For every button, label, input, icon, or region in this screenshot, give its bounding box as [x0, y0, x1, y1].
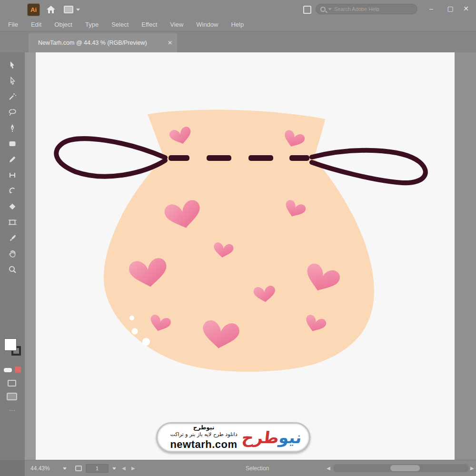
- paintbrush-tool[interactable]: [0, 230, 25, 246]
- drawstring-dash: [248, 155, 273, 161]
- search-icon: [320, 7, 326, 12]
- pen-tool[interactable]: [0, 120, 25, 136]
- horizontal-scrollbar-thumb[interactable]: [390, 465, 420, 471]
- newtarh-logo: نیوطرح: [240, 428, 303, 447]
- drawstring-dash: [289, 155, 309, 161]
- menu-file[interactable]: File: [8, 21, 18, 28]
- artboard-canvas[interactable]: [36, 52, 455, 460]
- document-tab-title: NewTarh.com @ 44.43 % (RGB/Preview): [38, 40, 164, 46]
- menu-bar: File Edit Object Type Select Effect View…: [0, 18, 476, 31]
- draw-mode-icon[interactable]: [8, 380, 16, 387]
- lasso-tool[interactable]: [0, 104, 25, 120]
- drawstring-dash: [207, 155, 231, 161]
- white-dot: [142, 338, 150, 346]
- watermark-banner: نیوطرح دانلود طرح لایه باز بنر و تراکت n…: [156, 422, 310, 453]
- search-caret-icon: [328, 8, 332, 10]
- watermark-brand-fa: نیوطرح: [166, 424, 241, 431]
- artboard-prev-button[interactable]: ◀: [122, 466, 126, 471]
- hscroll-left-arrow[interactable]: ◀: [327, 466, 330, 471]
- fill-swatch[interactable]: [4, 338, 17, 351]
- status-bar: 44.43% 1 ◀ ▶ Selection ◀ ▶: [0, 460, 476, 476]
- home-icon[interactable]: [46, 4, 56, 15]
- white-dot: [132, 328, 138, 335]
- magic-wand-tool[interactable]: [0, 89, 25, 104]
- document-tab[interactable]: NewTarh.com @ 44.43 % (RGB/Preview) ✕: [29, 33, 177, 52]
- tab-close-icon[interactable]: ✕: [168, 40, 172, 46]
- logo-blue-part: نیو: [278, 428, 303, 447]
- hscroll-right-arrow[interactable]: ▶: [470, 466, 474, 471]
- close-button[interactable]: ✕: [460, 5, 472, 12]
- zoom-level-value[interactable]: 44.43%: [30, 465, 50, 472]
- hand-tool[interactable]: [0, 246, 25, 261]
- rotate-tool[interactable]: [0, 183, 25, 198]
- arrange-documents-caret-icon[interactable]: [76, 9, 80, 11]
- pasteboard-right: [455, 52, 476, 460]
- shape-tool[interactable]: [0, 198, 25, 214]
- status-corner-box: [0, 460, 25, 476]
- drawstring-dash: [169, 155, 189, 161]
- pouch-illustration: [36, 52, 455, 460]
- layout-square-icon[interactable]: [303, 6, 311, 14]
- artboard-next-button[interactable]: ▶: [131, 466, 135, 471]
- search-input[interactable]: Search Adobe Help: [316, 4, 417, 14]
- illustrator-app-icon: Ai: [27, 3, 40, 16]
- search-placeholder: Search Adobe Help: [334, 6, 379, 12]
- gradient-none-icon[interactable]: [15, 367, 21, 373]
- maximize-button[interactable]: ▢: [444, 5, 456, 12]
- pencil-tool[interactable]: [0, 151, 25, 167]
- tab-strip: NewTarh.com @ 44.43 % (RGB/Preview) ✕: [0, 31, 476, 52]
- title-bar: Ai Search Adobe Help – ▢ ✕: [0, 0, 476, 18]
- artboard-number-field[interactable]: 1: [86, 464, 109, 473]
- menu-edit[interactable]: Edit: [31, 21, 41, 28]
- status-tool-hint: Selection: [246, 465, 269, 472]
- rectangle-tool[interactable]: [0, 136, 25, 151]
- artboard-nav-icon: [75, 466, 82, 471]
- minimize-button[interactable]: –: [425, 5, 437, 12]
- toolbar-overflow-button[interactable]: ...: [0, 406, 25, 412]
- menu-help[interactable]: Help: [231, 21, 244, 28]
- artboard-dropdown-caret-icon[interactable]: [112, 467, 116, 470]
- horizontal-scrollbar[interactable]: [333, 464, 469, 472]
- menu-type[interactable]: Type: [85, 21, 99, 28]
- selection-tool[interactable]: [0, 57, 25, 73]
- zoom-tool[interactable]: [0, 261, 25, 277]
- drawstring-left-loop: [56, 139, 165, 176]
- mask-mode-icon[interactable]: [7, 393, 17, 400]
- menu-view[interactable]: View: [170, 21, 183, 28]
- pasteboard-left: [25, 52, 36, 460]
- zoom-dropdown-caret-icon[interactable]: [63, 467, 67, 470]
- watermark-text-block: نیوطرح دانلود طرح لایه باز بنر و تراکت n…: [166, 424, 241, 451]
- arrange-documents-icon[interactable]: [64, 6, 73, 13]
- menu-window[interactable]: Window: [196, 21, 218, 28]
- watermark-tagline-fa: دانلود طرح لایه باز بنر و تراکت: [166, 431, 241, 438]
- white-dot: [129, 316, 134, 320]
- menu-select[interactable]: Select: [111, 21, 129, 28]
- menu-effect[interactable]: Effect: [141, 21, 157, 28]
- logo-red-part: طرح: [241, 428, 280, 447]
- watermark-url: newtarh.com: [166, 438, 241, 451]
- width-tool[interactable]: [0, 167, 25, 183]
- color-mode-row: [0, 367, 25, 373]
- artboard-tool[interactable]: [0, 214, 25, 230]
- tools-panel: ...: [0, 52, 25, 460]
- menu-object[interactable]: Object: [54, 21, 72, 28]
- direct-selection-tool[interactable]: [0, 73, 25, 89]
- color-fill-icon[interactable]: [4, 368, 12, 372]
- fill-stroke-control[interactable]: [0, 336, 25, 364]
